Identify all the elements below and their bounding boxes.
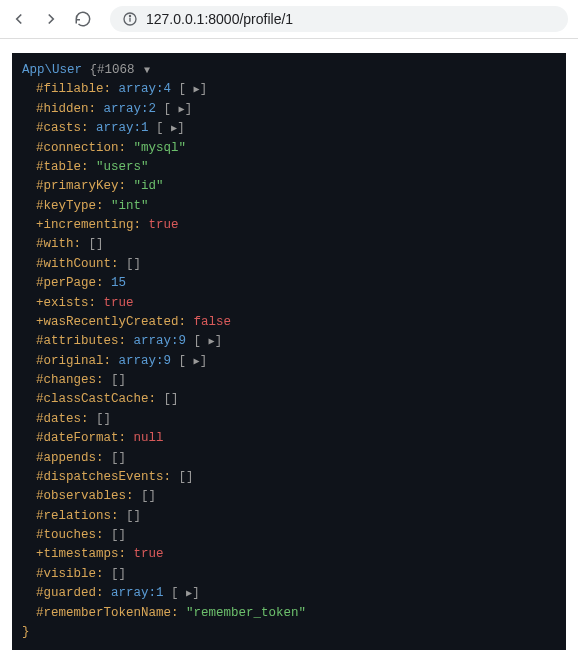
colon: :	[96, 528, 111, 542]
visibility-marker: #	[36, 392, 44, 406]
property-name: fillable	[44, 82, 104, 96]
colon: :	[119, 334, 134, 348]
property-row: #casts: array:1 [ ▶]	[36, 119, 560, 138]
colon: :	[111, 509, 126, 523]
property-row: +timestamps: true	[36, 545, 560, 564]
dump-header: App\User {#1068 ▼	[18, 61, 560, 80]
class-name: App\User	[22, 63, 82, 77]
open-brace: {	[90, 63, 98, 77]
property-row: #observables: []	[36, 487, 560, 506]
array-type: array:1	[96, 121, 149, 135]
property-name: observables	[44, 489, 127, 503]
property-name: wasRecentlyCreated	[44, 315, 179, 329]
visibility-marker: #	[36, 237, 44, 251]
property-name: timestamps	[44, 547, 119, 561]
expand-icon[interactable]: [ ▶]	[171, 586, 200, 600]
colon: :	[119, 141, 134, 155]
colon: :	[164, 470, 179, 484]
array-type: array:9	[119, 354, 172, 368]
property-name: dispatchesEvents	[44, 470, 164, 484]
bool-value: false	[194, 315, 232, 329]
visibility-marker: +	[36, 218, 44, 232]
property-row: #withCount: []	[36, 255, 560, 274]
property-row: #hidden: array:2 [ ▶]	[36, 100, 560, 119]
property-name: perPage	[44, 276, 97, 290]
visibility-marker: #	[36, 179, 44, 193]
property-row: #visible: []	[36, 565, 560, 584]
property-row: #perPage: 15	[36, 274, 560, 293]
colon: :	[179, 315, 194, 329]
string-value: "int"	[111, 199, 149, 213]
property-list: #fillable: array:4 [ ▶]#hidden: array:2 …	[18, 80, 560, 623]
property-row: #keyType: "int"	[36, 197, 560, 216]
property-name: connection	[44, 141, 119, 155]
property-row: +incrementing: true	[36, 216, 560, 235]
array-type: array:1	[111, 586, 164, 600]
empty-array-value: []	[126, 509, 141, 523]
visibility-marker: #	[36, 82, 44, 96]
toggle-collapse-icon[interactable]: ▼	[144, 65, 150, 76]
visibility-marker: #	[36, 276, 44, 290]
expand-icon[interactable]: [ ▶]	[179, 354, 208, 368]
colon: :	[96, 199, 111, 213]
property-row: #classCastCache: []	[36, 390, 560, 409]
visibility-marker: #	[36, 509, 44, 523]
expand-icon[interactable]: [ ▶]	[179, 82, 208, 96]
visibility-marker: #	[36, 412, 44, 426]
string-value: "mysql"	[134, 141, 187, 155]
colon: :	[111, 257, 126, 271]
colon: :	[119, 179, 134, 193]
visibility-marker: #	[36, 334, 44, 348]
colon: :	[81, 160, 96, 174]
expand-icon[interactable]: [ ▶]	[164, 102, 193, 116]
bool-value: true	[104, 296, 134, 310]
empty-array-value: []	[126, 257, 141, 271]
colon: :	[149, 392, 164, 406]
visibility-marker: #	[36, 121, 44, 135]
colon: :	[74, 237, 89, 251]
property-name: with	[44, 237, 74, 251]
property-name: dates	[44, 412, 82, 426]
visibility-marker: #	[36, 141, 44, 155]
visibility-marker: #	[36, 102, 44, 116]
visibility-marker: #	[36, 160, 44, 174]
colon: :	[134, 218, 149, 232]
property-row: #guarded: array:1 [ ▶]	[36, 584, 560, 603]
property-row: +wasRecentlyCreated: false	[36, 313, 560, 332]
property-row: +exists: true	[36, 294, 560, 313]
colon: :	[96, 586, 111, 600]
colon: :	[89, 102, 104, 116]
info-icon[interactable]	[122, 11, 138, 27]
property-name: attributes	[44, 334, 119, 348]
property-row: #dispatchesEvents: []	[36, 468, 560, 487]
property-name: classCastCache	[44, 392, 149, 406]
object-id: #1068	[97, 63, 135, 77]
colon: :	[89, 296, 104, 310]
null-value: null	[134, 431, 164, 445]
property-name: exists	[44, 296, 89, 310]
colon: :	[119, 431, 134, 445]
expand-icon[interactable]: [ ▶]	[194, 334, 223, 348]
property-row: #changes: []	[36, 371, 560, 390]
property-name: table	[44, 160, 82, 174]
var-dump: App\User {#1068 ▼ #fillable: array:4 [ ▶…	[12, 53, 566, 650]
expand-icon[interactable]: [ ▶]	[156, 121, 185, 135]
empty-array-value: []	[141, 489, 156, 503]
property-row: #original: array:9 [ ▶]	[36, 352, 560, 371]
reload-icon[interactable]	[74, 10, 92, 28]
property-name: rememberTokenName	[44, 606, 172, 620]
empty-array-value: []	[111, 567, 126, 581]
property-name: casts	[44, 121, 82, 135]
property-name: visible	[44, 567, 97, 581]
content-area: App\User {#1068 ▼ #fillable: array:4 [ ▶…	[0, 39, 578, 650]
colon: :	[96, 451, 111, 465]
back-icon[interactable]	[10, 10, 28, 28]
address-bar[interactable]: 127.0.0.1:8000/profile/1	[110, 6, 568, 32]
visibility-marker: #	[36, 431, 44, 445]
colon: :	[104, 82, 119, 96]
forward-icon[interactable]	[42, 10, 60, 28]
property-row: #connection: "mysql"	[36, 139, 560, 158]
property-name: hidden	[44, 102, 89, 116]
colon: :	[81, 121, 96, 135]
array-type: array:2	[104, 102, 157, 116]
